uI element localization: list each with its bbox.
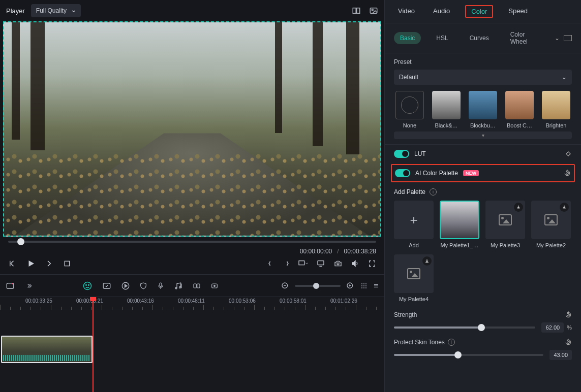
tab-audio[interactable]: Audio (430, 5, 453, 18)
percent-label: % (567, 324, 572, 331)
tab-color[interactable]: Color (465, 5, 493, 18)
svg-point-16 (88, 284, 89, 285)
preview-viewport[interactable] (3, 21, 381, 237)
zoom-in-button[interactable] (346, 281, 355, 290)
lut-toggle[interactable] (394, 150, 409, 158)
image-icon (544, 214, 558, 225)
add-palette-title: Add Palette (394, 188, 425, 195)
grid-view-button[interactable] (360, 282, 368, 290)
preset-blockbuster[interactable]: Blockbu… (467, 91, 499, 128)
ruler-mark: 00:00:58:01 (280, 298, 307, 304)
ruler-mark: 00:00:53:06 (229, 298, 256, 304)
info-icon[interactable]: i (430, 188, 437, 195)
ai-palette-toggle[interactable] (395, 169, 410, 177)
chevron-down-icon: ⌄ (562, 74, 567, 81)
tab-video[interactable]: Video (395, 5, 418, 18)
plus-icon: + (410, 212, 417, 228)
svg-point-36 (361, 285, 362, 286)
subtab-basic[interactable]: Basic (394, 32, 421, 44)
enhance-tool-button[interactable] (102, 281, 112, 290)
more-tools-button[interactable] (24, 282, 34, 289)
face-tool-button[interactable] (82, 281, 93, 291)
zoom-thumb[interactable] (313, 283, 319, 289)
timeline[interactable]: 00:00:33:25 00:00:38:21 00:00:43:16 00:0… (0, 297, 384, 392)
strength-slider[interactable] (394, 326, 535, 329)
inspector-panel: Video Audio Color Speed Basic HSL Curves… (384, 0, 581, 392)
snapshot-image-icon[interactable] (369, 6, 378, 15)
playback-controls (0, 255, 384, 274)
compare-panel-icon[interactable] (564, 35, 572, 41)
volume-button[interactable] (351, 259, 360, 268)
download-icon (422, 256, 432, 266)
mark-out-button[interactable] (283, 259, 290, 268)
skin-thumb[interactable] (454, 351, 462, 358)
preset-expand-button[interactable]: ▾ (394, 132, 572, 139)
timecode-sep: / (337, 248, 339, 255)
timeline-menu-button[interactable] (373, 282, 379, 290)
svg-marker-11 (352, 261, 355, 267)
scrub-track[interactable] (8, 241, 376, 243)
crop-dropdown-button[interactable] (298, 259, 308, 268)
screen-display-button[interactable] (316, 259, 325, 268)
palette-item-3[interactable]: My Palette3 (485, 201, 525, 248)
svg-point-21 (175, 287, 177, 289)
preset-none[interactable]: None (394, 91, 425, 128)
svg-point-15 (86, 284, 87, 285)
zoom-out-button[interactable] (281, 281, 290, 290)
palette-item-1[interactable]: My Palette1_… (440, 201, 479, 248)
color-subtabs: Basic HSL Curves Color Wheel ⌄ (385, 23, 581, 53)
subtab-wheels[interactable]: Color Wheel (504, 28, 545, 48)
audio-tool-button[interactable] (174, 281, 183, 290)
subtab-chevron-down-icon[interactable]: ⌄ (555, 35, 560, 42)
speed-tool-button[interactable] (121, 281, 130, 290)
palette-item-4[interactable]: My Palette4 (394, 254, 434, 302)
reset-icon[interactable] (564, 170, 571, 177)
subtab-hsl[interactable]: HSL (430, 32, 454, 44)
preset-brighten[interactable]: Brighten (540, 91, 572, 128)
zoom-slider[interactable] (295, 285, 341, 287)
ruler-mark: 00:00:48:11 (178, 298, 205, 304)
preset-section: Preset Default ⌄ None Black&… Blockbu… B… (385, 53, 581, 144)
scrub-thumb[interactable] (17, 238, 24, 245)
shield-tool-button[interactable] (139, 281, 147, 290)
fullscreen-button[interactable] (368, 259, 376, 268)
preset-select[interactable]: Default ⌄ (394, 70, 572, 85)
skin-value[interactable]: 43.00 (549, 350, 572, 360)
ai-palette-row: AI Color Palette NEW (392, 165, 574, 181)
ai-tool-button[interactable] (5, 281, 15, 290)
mic-tool-button[interactable] (157, 281, 165, 290)
svg-rect-7 (299, 261, 304, 265)
camera-snapshot-button[interactable] (333, 259, 343, 268)
play-button[interactable] (26, 259, 36, 268)
palette-add[interactable]: +Add (394, 201, 434, 248)
prev-frame-button[interactable] (8, 259, 17, 268)
skin-label: Protect Skin Tones (394, 339, 445, 346)
svg-point-38 (365, 285, 366, 286)
playhead[interactable] (93, 297, 94, 392)
keyframe-diamond-icon[interactable] (565, 150, 572, 157)
svg-rect-6 (65, 261, 69, 266)
video-clip[interactable] (1, 336, 93, 363)
strength-thumb[interactable] (478, 324, 485, 331)
subtab-curves[interactable]: Curves (464, 32, 495, 44)
next-frame-button[interactable] (45, 259, 54, 268)
tab-speed[interactable]: Speed (505, 5, 531, 18)
player-label: Player (6, 7, 25, 15)
quality-select[interactable]: Full Quality (31, 4, 81, 17)
compare-grid-icon[interactable] (352, 6, 361, 15)
skin-slider[interactable] (394, 354, 543, 356)
palette-item-2[interactable]: My Palette2 (531, 201, 571, 248)
strength-value[interactable]: 62.00 (541, 322, 564, 333)
strength-reset-icon[interactable] (565, 311, 572, 318)
info-icon[interactable]: i (448, 339, 455, 346)
marker-tool-button[interactable] (210, 282, 219, 290)
svg-rect-25 (197, 284, 200, 288)
time-ruler[interactable]: 00:00:33:25 00:00:38:21 00:00:43:16 00:0… (0, 297, 384, 310)
preset-blackwhite[interactable]: Black&… (431, 91, 462, 128)
link-tool-button[interactable] (192, 282, 201, 290)
stop-button[interactable] (63, 259, 71, 268)
mark-in-button[interactable] (267, 259, 274, 268)
svg-point-27 (214, 285, 216, 286)
skin-reset-icon[interactable] (565, 339, 572, 346)
preset-boostcolor[interactable]: Boost C… (504, 91, 535, 128)
